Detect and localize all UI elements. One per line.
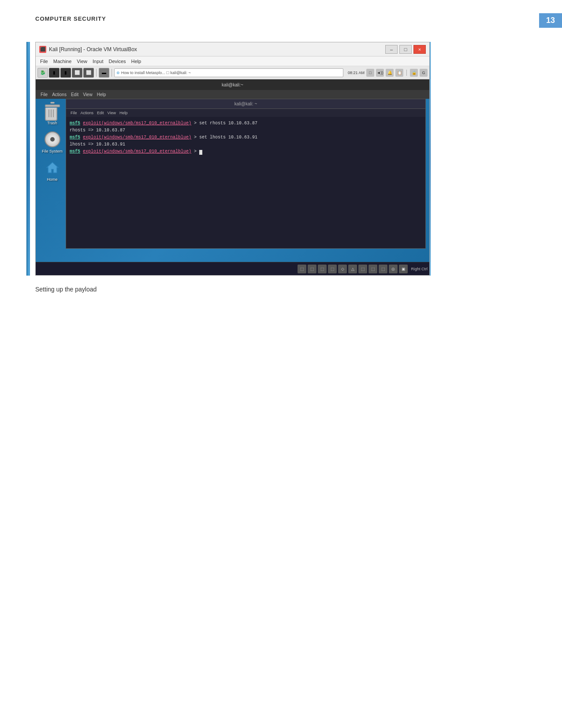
toolbar-btn-3[interactable]: ▮	[60, 68, 71, 78]
filesystem-desktop-icon[interactable]: File System	[39, 131, 66, 153]
filesystem-label: File System	[42, 149, 63, 153]
close-button[interactable]: ×	[413, 45, 426, 54]
toolbar-btn-1[interactable]: 🐉	[37, 68, 48, 78]
trash-label: Trash	[47, 121, 57, 125]
toolbar-address[interactable]: ⊕ How to install Metasplo... □ kali@kali…	[114, 68, 343, 77]
virtualbox-window: ⬛ Kali [Running] - Oracle VM VirtualBox …	[36, 42, 429, 275]
toolbar-sep-1	[96, 69, 97, 77]
toolbar-btn-6[interactable]: ▬	[99, 68, 109, 78]
cmd-path-3: exploit(windows/smb/ms17_010_eternalblue…	[83, 149, 191, 154]
kali-menu-edit[interactable]: Edit	[69, 92, 81, 97]
terminal-line-5: msf5 exploit(windows/smb/ms17_010_eterna…	[70, 149, 422, 155]
kali-menubar: File Actions Edit View Help	[36, 90, 429, 99]
cmd-prompt-1: msf5	[70, 121, 80, 126]
cmd-output-2: lhosts => 10.10.63.91	[70, 142, 125, 147]
cmd-output-1: rhosts => 10.10.63.87	[70, 128, 125, 133]
taskbar-icon-11[interactable]: ▣	[399, 265, 408, 273]
left-border	[26, 42, 30, 276]
taskbar-icon-2[interactable]: ⬚	[308, 265, 316, 273]
caption: Setting up the payload	[35, 286, 97, 293]
trash-lid	[45, 105, 60, 107]
taskbar-icon-9[interactable]: ⬚	[379, 265, 387, 273]
taskbar-icon-6[interactable]: △	[348, 265, 357, 273]
taskbar-icon-5[interactable]: ◇	[338, 265, 347, 273]
kali-topbar: kali@kali:~	[36, 79, 429, 90]
home-label: Home	[47, 177, 57, 182]
lock-icon[interactable]: 🔒	[410, 69, 418, 77]
toolbar-sep-2	[112, 69, 112, 77]
kali-menu-help[interactable]: Help	[95, 92, 108, 97]
trash-line-2	[51, 109, 52, 117]
trash-body	[45, 108, 57, 121]
terminal-line-4: lhosts => 10.10.63.91	[70, 142, 422, 148]
toolbar-btn-2[interactable]: ▮	[49, 68, 60, 78]
vbox-menu-help[interactable]: Help	[129, 59, 144, 64]
filesystem-icon-circle	[45, 131, 60, 147]
volume-icon[interactable]: ◄))	[376, 69, 384, 77]
taskbar-icon-3[interactable]: ⬚	[318, 265, 327, 273]
taskbar-right-ctrl: Right Ctrl	[411, 267, 428, 271]
vbox-icon: ⬛	[39, 46, 46, 53]
clock-icon: □	[366, 69, 374, 77]
vbox-menu-file[interactable]: File	[37, 59, 51, 64]
minimize-button[interactable]: –	[385, 45, 398, 54]
vbox-menu-devices[interactable]: Devices	[106, 59, 128, 64]
page-number: 13	[539, 13, 562, 28]
clipboard-icon[interactable]: 📋	[395, 69, 403, 77]
taskbar-icon-8[interactable]: ⬚	[368, 265, 377, 273]
terminal-line-3: msf5 exploit(windows/smb/ms17_010_eterna…	[70, 134, 422, 141]
kali-menu-file[interactable]: File	[38, 92, 50, 97]
terminal-line-2: rhosts => 10.10.63.87	[70, 127, 422, 134]
terminal-window: kali@kali: ~ File Actions Edit View Help	[66, 99, 426, 249]
taskbar-icon-1[interactable]: ⬚	[298, 265, 306, 273]
taskbar-icon-7[interactable]: ⬚	[358, 265, 367, 273]
terminal-menubar: File Actions Edit View Help	[66, 109, 425, 117]
trash-line-1	[48, 109, 49, 117]
terminal-content[interactable]: msf5 exploit(windows/smb/ms17_010_eterna…	[66, 117, 425, 248]
terminal-titlebar: kali@kali: ~	[66, 99, 425, 109]
toolbar-btn-5[interactable]: ⬜	[83, 68, 94, 78]
toolbar-right: 08:21 AM □ ◄)) 🔔 📋 🔒 G	[348, 69, 428, 77]
kali-menu-actions[interactable]: Actions	[50, 92, 69, 97]
taskbar-icons: ⬚ ⬚ ⬚ ⬚ ◇ △ ⬚ ⬚ ⬚ ◎ ▣ Right Ctrl	[298, 265, 428, 273]
term-menu-help[interactable]: Help	[118, 111, 130, 115]
notification-icon[interactable]: 🔔	[386, 69, 394, 77]
trash-icon-img	[44, 102, 61, 120]
cmd-text-2: > set lhosts 10.10.63.91	[194, 135, 257, 140]
term-menu-file[interactable]: File	[69, 111, 79, 115]
cmd-path-1: exploit(windows/smb/ms17_010_eternalblue…	[83, 121, 191, 126]
home-icon-img	[44, 159, 61, 176]
vbox-titlebar: ⬛ Kali [Running] - Oracle VM VirtualBox …	[36, 42, 429, 56]
trash-line-3	[53, 109, 54, 117]
desktop-icons: Trash File System	[36, 99, 69, 262]
cmd-text-1: > set rhosts 10.10.63.87	[194, 121, 257, 126]
vbox-menu-input[interactable]: Input	[90, 59, 106, 64]
kali-menu-view[interactable]: View	[81, 92, 95, 97]
trash-handle	[50, 102, 55, 104]
term-menu-actions[interactable]: Actions	[79, 111, 96, 115]
filesystem-inner	[50, 137, 55, 142]
cmd-prompt-2: msf5	[70, 135, 80, 140]
toolbar-btn-4[interactable]: ⬜	[72, 68, 82, 78]
trash-desktop-icon[interactable]: Trash	[39, 102, 66, 125]
term-menu-edit[interactable]: Edit	[95, 111, 106, 115]
terminal-cursor	[199, 150, 202, 155]
svg-marker-0	[47, 162, 58, 173]
vbox-menu-machine[interactable]: Machine	[51, 59, 74, 64]
settings-icon[interactable]: G	[420, 69, 428, 77]
taskbar-icon-4[interactable]: ⬚	[328, 265, 337, 273]
kali-desktop: kali@kali:~ File Actions Edit View Help …	[36, 79, 429, 275]
term-menu-view[interactable]: View	[106, 111, 118, 115]
terminal-title: kali@kali: ~	[69, 101, 423, 106]
screenshot-container: ⬛ Kali [Running] - Oracle VM VirtualBox …	[35, 42, 430, 276]
trash-lines	[48, 109, 54, 117]
taskbar-icon-10[interactable]: ◎	[389, 265, 398, 273]
maximize-button[interactable]: □	[399, 45, 412, 54]
vbox-menu-view[interactable]: View	[74, 59, 90, 64]
home-desktop-icon[interactable]: Home	[39, 159, 66, 182]
cmd-text-3: >	[194, 149, 199, 154]
kali-taskbar: ⬚ ⬚ ⬚ ⬚ ◇ △ ⬚ ⬚ ⬚ ◎ ▣ Right Ctrl	[36, 262, 429, 275]
kali-topbar-title: kali@kali:~	[38, 82, 427, 87]
page-title: COMPUTER SECURITY	[35, 15, 106, 22]
kali-body: 🐉	[36, 99, 429, 262]
